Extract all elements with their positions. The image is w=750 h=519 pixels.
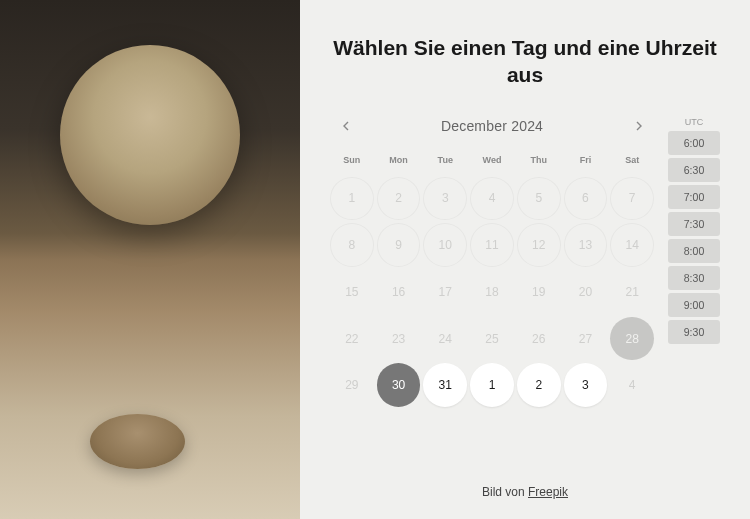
calendar-day: 1 (330, 177, 374, 221)
calendar-day: 16 (377, 270, 421, 314)
calendar-day: 26 (517, 317, 561, 361)
calendar-day: 19 (517, 270, 561, 314)
calendar-day: 4 (610, 363, 654, 407)
calendar-day: 14 (610, 223, 654, 267)
dow-header: Wed (470, 151, 514, 169)
calendar-day: 4 (470, 177, 514, 221)
time-slot[interactable]: 6:30 (668, 158, 720, 182)
dow-header: Tue (423, 151, 467, 169)
calendar-day: 13 (564, 223, 608, 267)
time-slot[interactable]: 9:30 (668, 320, 720, 344)
time-slot[interactable]: 9:00 (668, 293, 720, 317)
calendar-day: 2 (377, 177, 421, 221)
calendar-day: 25 (470, 317, 514, 361)
chevron-right-icon (636, 121, 643, 131)
calendar-day: 28 (610, 317, 654, 361)
image-credit: Bild von Freepik (330, 485, 720, 499)
calendar-day: 22 (330, 317, 374, 361)
calendar: December 2024 SunMonTueWedThuFriSat 1234… (330, 117, 654, 469)
hero-image (0, 0, 300, 519)
time-slot[interactable]: 8:00 (668, 239, 720, 263)
booking-panel: Wählen Sie einen Tag und eine Uhrzeit au… (300, 0, 750, 519)
dow-header: Sat (610, 151, 654, 169)
time-slot[interactable]: 7:00 (668, 185, 720, 209)
calendar-day: 20 (564, 270, 608, 314)
calendar-day: 10 (423, 223, 467, 267)
calendar-day: 18 (470, 270, 514, 314)
time-column: UTC 6:006:307:007:308:008:309:009:30 (668, 117, 720, 469)
calendar-day[interactable]: 30 (377, 363, 421, 407)
calendar-day: 3 (423, 177, 467, 221)
calendar-day: 29 (330, 363, 374, 407)
calendar-day[interactable]: 3 (564, 363, 608, 407)
calendar-day: 9 (377, 223, 421, 267)
calendar-day: 7 (610, 177, 654, 221)
dow-header: Mon (377, 151, 421, 169)
calendar-day: 27 (564, 317, 608, 361)
calendar-day[interactable]: 2 (517, 363, 561, 407)
calendar-day: 17 (423, 270, 467, 314)
calendar-day: 12 (517, 223, 561, 267)
dow-header: Sun (330, 151, 374, 169)
chevron-left-icon (342, 121, 349, 131)
credit-link[interactable]: Freepik (528, 485, 568, 499)
calendar-day[interactable]: 1 (470, 363, 514, 407)
timezone-label: UTC (668, 117, 720, 127)
time-slot[interactable]: 6:00 (668, 131, 720, 155)
calendar-day: 11 (470, 223, 514, 267)
calendar-day[interactable]: 31 (423, 363, 467, 407)
page-title: Wählen Sie einen Tag und eine Uhrzeit au… (330, 34, 720, 89)
dow-header: Fri (564, 151, 608, 169)
calendar-day: 15 (330, 270, 374, 314)
time-slot[interactable]: 8:30 (668, 266, 720, 290)
credit-prefix: Bild von (482, 485, 528, 499)
calendar-day: 5 (517, 177, 561, 221)
next-month-button[interactable] (630, 117, 648, 135)
calendar-day: 24 (423, 317, 467, 361)
calendar-day: 21 (610, 270, 654, 314)
dow-header: Thu (517, 151, 561, 169)
calendar-day: 23 (377, 317, 421, 361)
calendar-day: 6 (564, 177, 608, 221)
prev-month-button[interactable] (336, 117, 354, 135)
time-slot[interactable]: 7:30 (668, 212, 720, 236)
month-label: December 2024 (354, 118, 630, 134)
calendar-day: 8 (330, 223, 374, 267)
